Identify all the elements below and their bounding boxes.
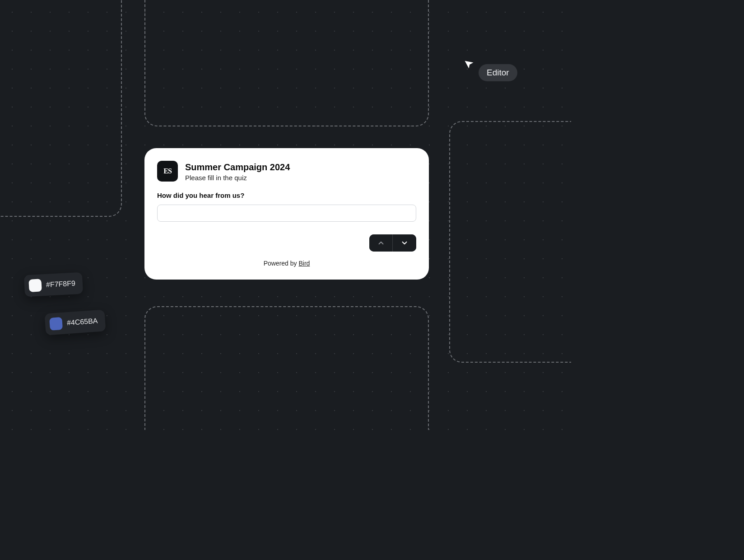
powered-by: Powered by Bird — [157, 260, 416, 267]
nav-controls — [157, 234, 416, 252]
card-heading-group: Summer Campaign 2024 Please fill in the … — [185, 161, 290, 182]
color-chip[interactable]: #4C65BA — [44, 309, 106, 335]
powered-by-prefix: Powered by — [264, 260, 299, 267]
color-hex-label: #4C65BA — [66, 317, 98, 327]
editor-badge-label: Editor — [487, 68, 509, 77]
prev-button[interactable] — [369, 234, 393, 252]
dashed-frame-top — [144, 0, 429, 126]
color-swatch — [28, 279, 42, 292]
next-button[interactable] — [393, 234, 416, 252]
powered-by-link[interactable]: Bird — [298, 260, 310, 267]
color-hex-label: #F7F8F9 — [46, 279, 76, 289]
cursor-icon — [464, 59, 475, 70]
chevron-up-icon — [377, 239, 385, 247]
dashed-frame-right — [449, 121, 571, 363]
card-title: Summer Campaign 2024 — [185, 161, 290, 173]
card-header: ES Summer Campaign 2024 Please fill in t… — [157, 161, 416, 182]
color-swatch — [49, 317, 63, 331]
brand-logo: ES — [157, 161, 178, 182]
color-chip[interactable]: #F7F8F9 — [24, 272, 83, 297]
question-label: How did you hear from us? — [157, 191, 416, 199]
dashed-frame-left — [0, 0, 122, 217]
nav-button-group — [369, 234, 416, 252]
brand-logo-text: ES — [163, 167, 172, 175]
editor-cursor-badge: Editor — [479, 64, 517, 81]
dashed-frame-bottom — [144, 306, 429, 430]
chevron-down-icon — [400, 239, 409, 247]
quiz-card: ES Summer Campaign 2024 Please fill in t… — [144, 148, 429, 280]
card-subtitle: Please fill in the quiz — [185, 174, 290, 182]
answer-input[interactable] — [157, 205, 416, 222]
